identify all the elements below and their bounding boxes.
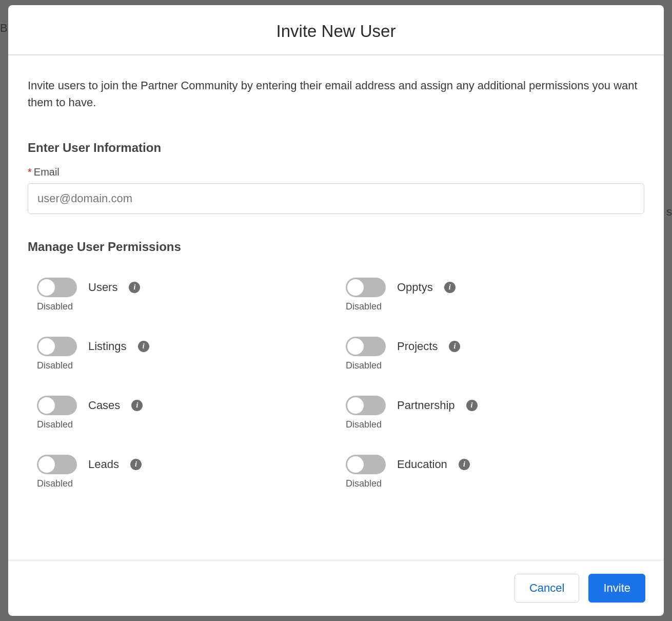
perm-status: Disabled (346, 301, 644, 312)
modal-header: Invite New User (8, 5, 664, 55)
perm-row: Leads i (37, 455, 335, 474)
perm-item-partnership: Partnership i Disabled (346, 396, 644, 430)
info-icon[interactable]: i (131, 400, 143, 411)
toggle-knob (38, 397, 55, 414)
toggle-opptys[interactable] (346, 278, 386, 297)
perm-status: Disabled (37, 360, 335, 371)
perm-label: Users (88, 281, 117, 294)
toggle-education[interactable] (346, 455, 386, 474)
perm-status: Disabled (37, 419, 335, 430)
toggle-knob (347, 338, 364, 355)
perm-row: Education i (346, 455, 644, 474)
cancel-button[interactable]: Cancel (515, 574, 579, 603)
perm-item-education: Education i Disabled (346, 455, 644, 489)
perm-label: Projects (397, 340, 438, 353)
toggle-knob (38, 456, 55, 473)
info-icon[interactable]: i (449, 341, 460, 352)
perm-item-projects: Projects i Disabled (346, 337, 644, 371)
info-icon[interactable]: i (138, 341, 149, 352)
toggle-users[interactable] (37, 278, 77, 297)
perm-item-leads: Leads i Disabled (37, 455, 335, 489)
info-icon[interactable]: i (130, 459, 142, 470)
user-info-heading: Enter User Information (28, 141, 644, 155)
toggle-knob (347, 279, 364, 296)
perm-item-opptys: Opptys i Disabled (346, 278, 644, 312)
info-icon[interactable]: i (129, 282, 140, 293)
perm-row: Cases i (37, 396, 335, 415)
perm-row: Opptys i (346, 278, 644, 297)
background-char-right: s (666, 205, 672, 219)
perm-status: Disabled (37, 478, 335, 489)
toggle-knob (38, 279, 55, 296)
perm-label: Cases (88, 399, 120, 412)
perm-label: Listings (88, 340, 127, 353)
toggle-knob (347, 456, 364, 473)
invite-user-modal: Invite New User Invite users to join the… (8, 5, 664, 616)
perm-label: Opptys (397, 281, 433, 294)
toggle-partnership[interactable] (346, 396, 386, 415)
perm-status: Disabled (37, 301, 335, 312)
perm-label: Leads (88, 458, 119, 471)
email-label-text: Email (34, 166, 60, 178)
toggle-knob (347, 397, 364, 414)
perm-row: Listings i (37, 337, 335, 356)
email-field[interactable] (28, 183, 644, 214)
modal-title: Invite New User (18, 22, 654, 41)
email-label: *Email (28, 166, 644, 178)
toggle-projects[interactable] (346, 337, 386, 356)
perm-item-cases: Cases i Disabled (37, 396, 335, 430)
perm-status: Disabled (346, 419, 644, 430)
perm-item-users: Users i Disabled (37, 278, 335, 312)
permissions-heading: Manage User Permissions (28, 240, 644, 254)
info-icon[interactable]: i (459, 459, 470, 470)
toggle-knob (38, 338, 55, 355)
toggle-leads[interactable] (37, 455, 77, 474)
modal-footer: Cancel Invite (8, 560, 664, 616)
perm-row: Partnership i (346, 396, 644, 415)
perm-label: Education (397, 458, 447, 471)
modal-intro: Invite users to join the Partner Communi… (28, 77, 644, 111)
invite-button[interactable]: Invite (588, 574, 645, 603)
perm-row: Users i (37, 278, 335, 297)
perm-status: Disabled (346, 478, 644, 489)
toggle-cases[interactable] (37, 396, 77, 415)
info-icon[interactable]: i (466, 400, 478, 411)
required-asterisk: * (28, 166, 32, 178)
perm-status: Disabled (346, 360, 644, 371)
modal-body: Invite users to join the Partner Communi… (8, 55, 664, 560)
perm-row: Projects i (346, 337, 644, 356)
toggle-listings[interactable] (37, 337, 77, 356)
perm-item-listings: Listings i Disabled (37, 337, 335, 371)
perm-label: Partnership (397, 399, 455, 412)
permissions-grid: Users i Disabled Opptys i Disabled Listi… (28, 274, 644, 489)
info-icon[interactable]: i (444, 282, 456, 293)
background-char-left: B (0, 22, 8, 35)
